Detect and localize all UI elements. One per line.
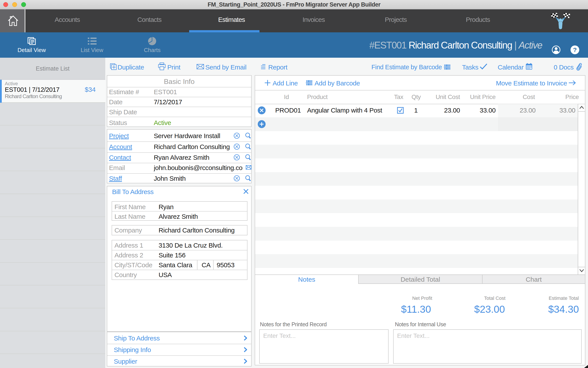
svg-text:?: ?	[573, 46, 577, 53]
